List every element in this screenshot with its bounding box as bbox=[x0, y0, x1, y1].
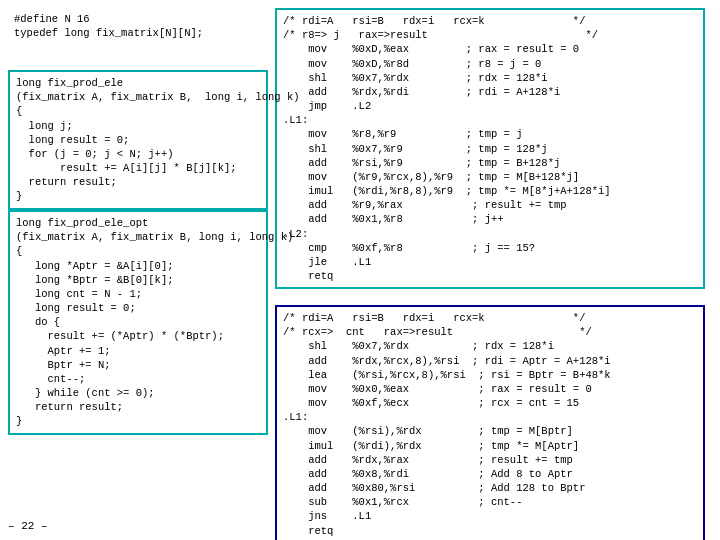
block-bottomright: /* rdi=A rsi=B rdx=i rcx=k */ /* rcx=> c… bbox=[275, 305, 705, 540]
bottomleft-code: long fix_prod_ele_opt (fix_matrix A, fix… bbox=[16, 216, 260, 429]
topright-code: /* rdi=A rsi=B rdx=i rcx=k */ /* r8=> j … bbox=[283, 14, 697, 283]
page-number: – 22 – bbox=[8, 520, 48, 532]
page-number-text: – 22 – bbox=[8, 520, 48, 532]
bottomright-code: /* rdi=A rsi=B rdx=i rcx=k */ /* rcx=> c… bbox=[283, 311, 697, 538]
block-midleft: long fix_prod_ele (fix_matrix A, fix_mat… bbox=[8, 70, 268, 210]
topleft-code: #define N 16 typedef long fix_matrix[N][… bbox=[14, 12, 262, 40]
block-topright: /* rdi=A rsi=B rdx=i rcx=k */ /* r8=> j … bbox=[275, 8, 705, 289]
block-bottomleft: long fix_prod_ele_opt (fix_matrix A, fix… bbox=[8, 210, 268, 435]
block-topleft: #define N 16 typedef long fix_matrix[N][… bbox=[8, 8, 268, 44]
page-container: #define N 16 typedef long fix_matrix[N][… bbox=[0, 0, 720, 540]
midleft-code: long fix_prod_ele (fix_matrix A, fix_mat… bbox=[16, 76, 260, 204]
